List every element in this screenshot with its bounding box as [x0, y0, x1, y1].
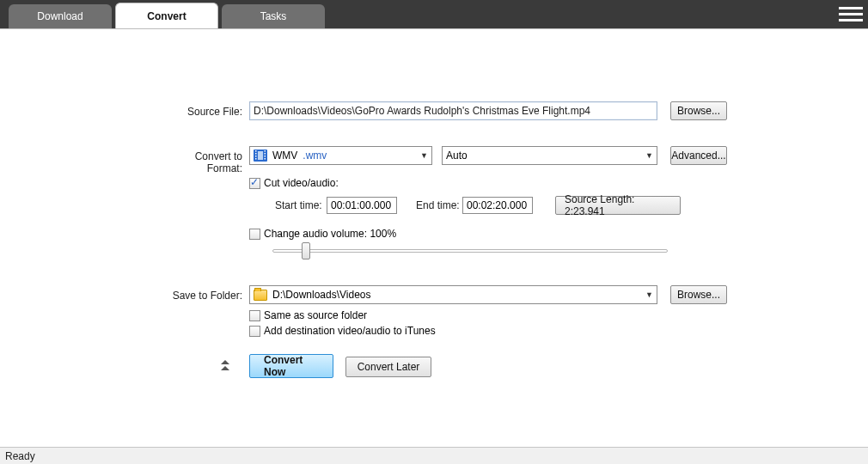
same-as-source-label: Same as source folder	[264, 309, 367, 321]
save-folder-value: D:\Downloads\Videos	[272, 289, 371, 301]
start-time-label: Start time:	[275, 199, 327, 211]
format-name: WMV	[272, 150, 297, 162]
format-profile-value: Auto	[446, 150, 468, 162]
add-itunes-checkbox[interactable]	[249, 326, 260, 337]
volume-slider-track[interactable]	[272, 249, 668, 253]
convert-format-label: Convert to Format:	[156, 150, 242, 174]
browse-source-button[interactable]: Browse...	[670, 101, 727, 120]
svg-rect-6	[265, 153, 266, 155]
tab-download[interactable]: Download	[9, 4, 112, 28]
volume-slider-thumb[interactable]	[302, 242, 310, 259]
content-area: Source File: D:\Downloads\Videos\GoPro A…	[0, 29, 868, 447]
save-folder-dropdown[interactable]: D:\Downloads\Videos ▼	[249, 285, 657, 304]
advanced-button[interactable]: Advanced...	[670, 146, 727, 165]
tab-bar: Download Convert Tasks	[0, 0, 868, 29]
chevron-down-icon: ▼	[645, 151, 653, 160]
format-profile-dropdown[interactable]: Auto ▼	[442, 146, 657, 165]
browse-folder-button[interactable]: Browse...	[670, 285, 727, 304]
add-itunes-label: Add destination video/audio to iTunes	[264, 325, 436, 337]
cut-video-checkbox[interactable]	[249, 178, 260, 189]
svg-rect-2	[255, 153, 257, 155]
convert-later-button[interactable]: Convert Later	[345, 357, 431, 377]
svg-rect-8	[265, 158, 266, 160]
svg-rect-4	[255, 158, 257, 160]
folder-icon	[254, 290, 267, 301]
tab-tasks[interactable]: Tasks	[222, 4, 325, 28]
svg-rect-5	[265, 150, 266, 152]
source-length-button[interactable]: Source Length: 2:23.941	[555, 196, 681, 215]
status-bar: Ready	[0, 447, 868, 464]
cut-video-label: Cut video/audio:	[264, 177, 339, 189]
change-volume-checkbox[interactable]	[249, 229, 260, 240]
source-file-input[interactable]: D:\Downloads\Videos\GoPro Awards Rudolph…	[249, 101, 657, 120]
format-ext: .wmv	[303, 150, 327, 162]
start-time-input[interactable]: 00:01:00.000	[327, 197, 397, 214]
video-format-icon	[254, 150, 267, 162]
hamburger-menu-icon[interactable]	[839, 3, 863, 24]
collapse-icon[interactable]	[221, 360, 233, 372]
chevron-down-icon: ▼	[645, 290, 653, 299]
format-dropdown[interactable]: WMV .wmv ▼	[249, 146, 432, 165]
chevron-down-icon: ▼	[420, 151, 428, 160]
svg-rect-7	[265, 156, 266, 157]
end-time-label: End time:	[416, 199, 462, 211]
change-volume-label: Change audio volume: 100%	[264, 228, 396, 240]
save-folder-label: Save to Folder:	[156, 290, 242, 302]
svg-rect-3	[255, 156, 257, 157]
tab-convert[interactable]: Convert	[115, 3, 218, 28]
source-file-label: Source File:	[156, 106, 242, 118]
same-as-source-checkbox[interactable]	[249, 310, 260, 321]
svg-rect-9	[258, 151, 263, 160]
end-time-input[interactable]: 00:02:20.000	[462, 197, 533, 214]
convert-now-button[interactable]: Convert Now	[249, 354, 333, 378]
svg-rect-1	[255, 150, 257, 152]
